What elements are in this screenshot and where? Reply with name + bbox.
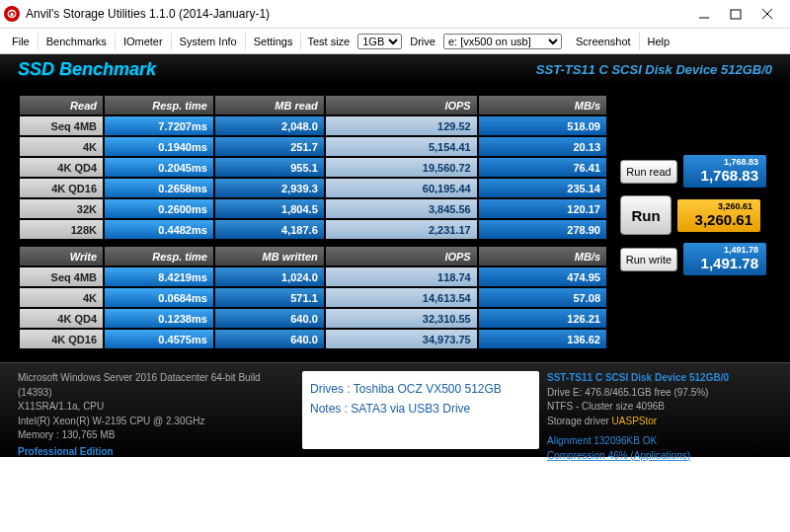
read-score-small: 1,768.83 bbox=[691, 157, 758, 167]
menu-file[interactable]: File bbox=[4, 33, 39, 50]
dev-fs: NTFS - Cluster size 4096B bbox=[547, 400, 772, 415]
row-mb: 2,939.3 bbox=[215, 179, 324, 197]
cpu-line: Intel(R) Xeon(R) W-2195 CPU @ 2.30GHz bbox=[18, 415, 294, 429]
run-write-button[interactable]: Run write bbox=[620, 248, 677, 271]
driver-label: Storage driver bbox=[547, 416, 609, 426]
menu-help[interactable]: Help bbox=[640, 33, 678, 50]
read-hdr-mb: MB read bbox=[215, 96, 324, 114]
close-button[interactable] bbox=[760, 7, 774, 21]
total-score: 3,260.61 3,260.61 bbox=[677, 199, 760, 232]
run-button[interactable]: Run bbox=[620, 195, 672, 235]
write-table: Write Resp. time MB written IOPS MB/s Se… bbox=[18, 245, 608, 350]
testsize-label: Test size bbox=[301, 33, 356, 50]
row-iops: 14,613.54 bbox=[326, 288, 477, 307]
row-iops: 32,310.55 bbox=[326, 309, 477, 328]
drive-label: Drive bbox=[404, 33, 441, 50]
system-info: Microsoft Windows Server 2016 Datacenter… bbox=[18, 371, 294, 449]
row-mbs: 278.90 bbox=[479, 220, 606, 239]
testsize-select[interactable]: 1GB bbox=[357, 34, 402, 49]
total-score-small: 3,260.61 bbox=[685, 201, 752, 211]
table-row: 32K0.2600ms1,804.53,845.56120.17 bbox=[20, 199, 606, 218]
table-row: 4K QD160.4575ms640.034,973.75136.62 bbox=[20, 330, 606, 348]
menu-settings[interactable]: Settings bbox=[246, 33, 302, 50]
row-iops: 2,231.17 bbox=[326, 220, 477, 239]
table-row: 4K0.1940ms251.75,154.4120.13 bbox=[20, 137, 606, 156]
read-score: 1,768.83 1,768.83 bbox=[683, 155, 766, 188]
notes-box[interactable]: Drives : Toshiba OCZ VX500 512GB Notes :… bbox=[302, 371, 539, 449]
write-hdr-rt: Resp. time bbox=[105, 247, 213, 266]
write-hdr-iops: IOPS bbox=[326, 247, 477, 266]
row-iops: 34,973.75 bbox=[326, 330, 477, 348]
row-mbs: 126.21 bbox=[479, 309, 606, 328]
notes-text: Notes : SATA3 via USB3 Drive bbox=[310, 399, 531, 418]
table-row: 128K0.4482ms4,187.62,231.17278.90 bbox=[20, 220, 606, 239]
write-score-value: 1,491.78 bbox=[691, 255, 758, 271]
row-name: 4K QD16 bbox=[20, 330, 103, 348]
write-hdr-mb: MB written bbox=[215, 247, 324, 266]
row-rt: 0.2600ms bbox=[105, 199, 213, 218]
os-line: Microsoft Windows Server 2016 Datacenter… bbox=[18, 371, 294, 400]
mem-line: Memory : 130,765 MB bbox=[18, 428, 294, 443]
menu-benchmarks[interactable]: Benchmarks bbox=[39, 33, 116, 50]
maximize-button[interactable] bbox=[729, 7, 743, 21]
row-iops: 129.52 bbox=[326, 116, 477, 135]
run-read-button[interactable]: Run read bbox=[620, 160, 677, 184]
page-title: SSD Benchmark bbox=[18, 59, 156, 80]
write-hdr-name: Write bbox=[20, 247, 103, 266]
row-mb: 4,187.6 bbox=[215, 220, 324, 239]
row-rt: 7.7207ms bbox=[105, 116, 213, 135]
read-score-value: 1,768.83 bbox=[691, 167, 758, 184]
footer: Microsoft Windows Server 2016 Datacenter… bbox=[0, 362, 790, 457]
device-info: SST-TS11 C SCSI Disk Device 512GB/0 Driv… bbox=[547, 371, 772, 449]
row-iops: 19,560.72 bbox=[326, 158, 477, 177]
menu-bar: File Benchmarks IOmeter System Info Sett… bbox=[0, 29, 790, 54]
row-mbs: 136.62 bbox=[479, 330, 606, 348]
dev-name: SST-TS11 C SCSI Disk Device 512GB/0 bbox=[547, 371, 772, 386]
row-mb: 1,024.0 bbox=[215, 267, 324, 286]
device-title: SST-TS11 C SCSI Disk Device 512GB/0 bbox=[536, 62, 772, 77]
row-name: Seq 4MB bbox=[20, 116, 103, 135]
row-rt: 0.1940ms bbox=[105, 137, 213, 156]
row-mbs: 20.13 bbox=[479, 137, 606, 156]
header-bar: SSD Benchmark SST-TS11 C SCSI Disk Devic… bbox=[0, 54, 790, 84]
write-score: 1,491.78 1,491.78 bbox=[683, 243, 766, 275]
read-hdr-mbs: MB/s bbox=[479, 96, 606, 114]
write-hdr-mbs: MB/s bbox=[479, 247, 606, 266]
menu-sysinfo[interactable]: System Info bbox=[172, 33, 246, 50]
app-icon: ⦿ bbox=[4, 6, 20, 22]
row-mb: 640.0 bbox=[215, 309, 324, 328]
drive-select[interactable]: e: [vx500 on usb] bbox=[443, 34, 562, 49]
row-mb: 1,804.5 bbox=[215, 199, 324, 218]
table-row: Seq 4MB8.4219ms1,024.0118.74474.95 bbox=[20, 267, 606, 286]
menu-screenshot[interactable]: Screenshot bbox=[568, 33, 640, 50]
table-row: Seq 4MB7.7207ms2,048.0129.52518.09 bbox=[20, 116, 606, 135]
driver-name: UASPStor bbox=[612, 416, 658, 426]
minimize-button[interactable] bbox=[697, 7, 711, 21]
row-mb: 2,048.0 bbox=[215, 116, 324, 135]
alignment-line: Alignment 132096KB OK bbox=[547, 434, 772, 449]
row-name: Seq 4MB bbox=[20, 267, 103, 286]
row-mbs: 518.09 bbox=[479, 116, 606, 135]
notes-drives: Drives : Toshiba OCZ VX500 512GB bbox=[310, 379, 531, 399]
row-name: 4K QD4 bbox=[20, 158, 103, 177]
table-row: 4K QD40.2045ms955.119,560.7276.41 bbox=[20, 158, 606, 177]
row-rt: 0.1238ms bbox=[105, 309, 213, 328]
write-score-small: 1,491.78 bbox=[691, 245, 758, 255]
row-mb: 955.1 bbox=[215, 158, 324, 177]
compression-link[interactable]: Compression 46% (Applications) bbox=[547, 449, 772, 464]
read-table: Read Resp. time MB read IOPS MB/s Seq 4M… bbox=[18, 94, 608, 241]
row-mb: 251.7 bbox=[215, 137, 324, 156]
row-iops: 118.74 bbox=[326, 267, 477, 286]
row-mbs: 57.08 bbox=[479, 288, 606, 307]
table-row: 4K QD160.2658ms2,939.360,195.44235.14 bbox=[20, 179, 606, 197]
window-title: Anvil's Storage Utilities 1.1.0 (2014-Ja… bbox=[26, 7, 697, 21]
row-rt: 0.2045ms bbox=[105, 158, 213, 177]
row-mbs: 474.95 bbox=[479, 267, 606, 286]
row-name: 128K bbox=[20, 220, 103, 239]
row-name: 4K QD16 bbox=[20, 179, 103, 197]
total-score-value: 3,260.61 bbox=[685, 211, 752, 228]
row-mbs: 76.41 bbox=[479, 158, 606, 177]
menu-iometer[interactable]: IOmeter bbox=[116, 33, 172, 50]
row-rt: 0.0684ms bbox=[105, 288, 213, 307]
row-rt: 0.4575ms bbox=[105, 330, 213, 348]
